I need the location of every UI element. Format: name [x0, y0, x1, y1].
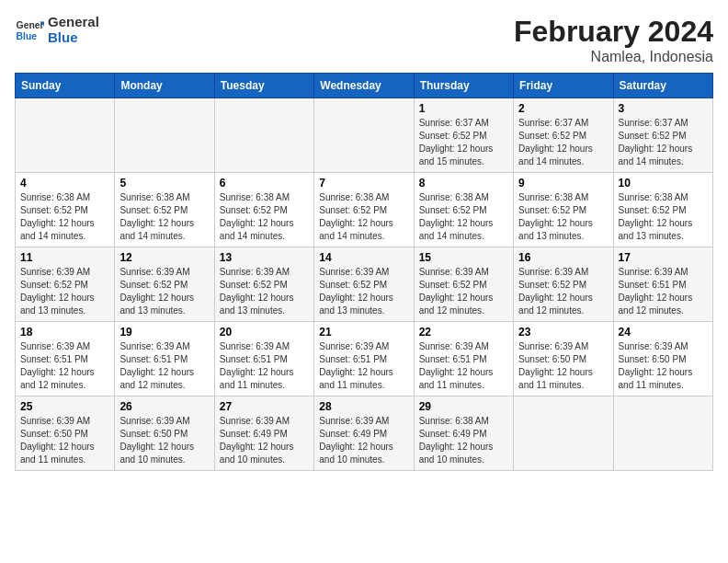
weekday-header: Sunday: [16, 74, 115, 98]
day-number: 13: [220, 251, 309, 264]
weekday-header: Monday: [115, 74, 214, 98]
weekday-header: Thursday: [414, 74, 513, 98]
day-info: Sunrise: 6:38 AM Sunset: 6:52 PM Dayligh…: [518, 191, 608, 243]
day-info: Sunrise: 6:39 AM Sunset: 6:51 PM Dayligh…: [419, 340, 508, 392]
day-number: 23: [518, 326, 608, 339]
calendar-cell: 19Sunrise: 6:39 AM Sunset: 6:51 PM Dayli…: [115, 322, 214, 396]
weekday-header: Tuesday: [214, 74, 313, 98]
day-number: 3: [619, 102, 708, 115]
calendar-cell: 13Sunrise: 6:39 AM Sunset: 6:52 PM Dayli…: [214, 247, 313, 322]
day-info: Sunrise: 6:39 AM Sunset: 6:50 PM Dayligh…: [20, 415, 109, 466]
day-number: 7: [319, 177, 408, 190]
day-number: 16: [518, 251, 608, 264]
calendar-cell: [613, 396, 712, 471]
day-number: 25: [20, 400, 109, 413]
day-info: Sunrise: 6:39 AM Sunset: 6:52 PM Dayligh…: [518, 266, 608, 317]
calendar-cell: 1Sunrise: 6:37 AM Sunset: 6:52 PM Daylig…: [414, 98, 513, 173]
day-info: Sunrise: 6:37 AM Sunset: 6:52 PM Dayligh…: [619, 117, 708, 168]
calendar-cell: 26Sunrise: 6:39 AM Sunset: 6:50 PM Dayli…: [115, 396, 214, 471]
logo: General Blue General Blue: [15, 15, 99, 45]
logo-blue: Blue: [48, 30, 99, 46]
calendar-cell: 29Sunrise: 6:38 AM Sunset: 6:49 PM Dayli…: [414, 396, 513, 471]
day-number: 4: [20, 177, 109, 190]
calendar-cell: 20Sunrise: 6:39 AM Sunset: 6:51 PM Dayli…: [214, 322, 313, 396]
calendar-cell: [514, 396, 613, 471]
day-info: Sunrise: 6:38 AM Sunset: 6:52 PM Dayligh…: [619, 191, 708, 243]
day-info: Sunrise: 6:39 AM Sunset: 6:52 PM Dayligh…: [220, 266, 309, 317]
svg-text:General: General: [17, 20, 44, 30]
day-info: Sunrise: 6:39 AM Sunset: 6:51 PM Dayligh…: [319, 340, 408, 392]
calendar-cell: 4Sunrise: 6:38 AM Sunset: 6:52 PM Daylig…: [16, 173, 115, 247]
day-info: Sunrise: 6:39 AM Sunset: 6:51 PM Dayligh…: [220, 340, 309, 392]
day-info: Sunrise: 6:39 AM Sunset: 6:52 PM Dayligh…: [20, 266, 109, 317]
day-info: Sunrise: 6:39 AM Sunset: 6:52 PM Dayligh…: [119, 266, 209, 317]
day-info: Sunrise: 6:39 AM Sunset: 6:51 PM Dayligh…: [619, 266, 708, 317]
day-info: Sunrise: 6:39 AM Sunset: 6:51 PM Dayligh…: [119, 340, 209, 392]
calendar-cell: 27Sunrise: 6:39 AM Sunset: 6:49 PM Dayli…: [214, 396, 313, 471]
calendar-cell: [115, 98, 214, 173]
calendar-cell: 22Sunrise: 6:39 AM Sunset: 6:51 PM Dayli…: [414, 322, 513, 396]
calendar-cell: 10Sunrise: 6:38 AM Sunset: 6:52 PM Dayli…: [613, 173, 712, 247]
calendar-cell: 15Sunrise: 6:39 AM Sunset: 6:52 PM Dayli…: [414, 247, 513, 322]
day-info: Sunrise: 6:38 AM Sunset: 6:52 PM Dayligh…: [119, 191, 209, 243]
calendar-cell: 16Sunrise: 6:39 AM Sunset: 6:52 PM Dayli…: [514, 247, 613, 322]
calendar-cell: 6Sunrise: 6:38 AM Sunset: 6:52 PM Daylig…: [214, 173, 313, 247]
day-info: Sunrise: 6:39 AM Sunset: 6:49 PM Dayligh…: [220, 415, 309, 466]
calendar-cell: 21Sunrise: 6:39 AM Sunset: 6:51 PM Dayli…: [314, 322, 414, 396]
day-number: 26: [119, 400, 209, 413]
day-info: Sunrise: 6:38 AM Sunset: 6:52 PM Dayligh…: [20, 191, 109, 243]
calendar-cell: 25Sunrise: 6:39 AM Sunset: 6:50 PM Dayli…: [16, 396, 115, 471]
calendar-cell: 3Sunrise: 6:37 AM Sunset: 6:52 PM Daylig…: [613, 98, 712, 173]
day-number: 10: [619, 177, 708, 190]
day-number: 21: [319, 326, 408, 339]
calendar-cell: 17Sunrise: 6:39 AM Sunset: 6:51 PM Dayli…: [613, 247, 712, 322]
day-number: 11: [20, 251, 109, 264]
calendar-cell: 14Sunrise: 6:39 AM Sunset: 6:52 PM Dayli…: [314, 247, 414, 322]
calendar-cell: 18Sunrise: 6:39 AM Sunset: 6:51 PM Dayli…: [16, 322, 115, 396]
calendar-table: SundayMondayTuesdayWednesdayThursdayFrid…: [15, 73, 713, 471]
day-number: 14: [319, 251, 408, 264]
day-number: 1: [419, 102, 508, 115]
day-info: Sunrise: 6:39 AM Sunset: 6:50 PM Dayligh…: [518, 340, 608, 392]
day-number: 6: [220, 177, 309, 190]
day-number: 2: [518, 102, 608, 115]
calendar-cell: 12Sunrise: 6:39 AM Sunset: 6:52 PM Dayli…: [115, 247, 214, 322]
day-info: Sunrise: 6:38 AM Sunset: 6:52 PM Dayligh…: [220, 191, 309, 243]
day-number: 27: [220, 400, 309, 413]
day-number: 12: [119, 251, 209, 264]
day-number: 18: [20, 326, 109, 339]
day-number: 24: [619, 326, 708, 339]
day-info: Sunrise: 6:38 AM Sunset: 6:49 PM Dayligh…: [419, 415, 508, 466]
day-number: 9: [518, 177, 608, 190]
day-info: Sunrise: 6:38 AM Sunset: 6:52 PM Dayligh…: [419, 191, 508, 243]
day-info: Sunrise: 6:37 AM Sunset: 6:52 PM Dayligh…: [518, 117, 608, 168]
calendar-cell: 8Sunrise: 6:38 AM Sunset: 6:52 PM Daylig…: [414, 173, 513, 247]
calendar-cell: [16, 98, 115, 173]
day-info: Sunrise: 6:39 AM Sunset: 6:52 PM Dayligh…: [419, 266, 508, 317]
calendar-cell: 11Sunrise: 6:39 AM Sunset: 6:52 PM Dayli…: [16, 247, 115, 322]
calendar-cell: 5Sunrise: 6:38 AM Sunset: 6:52 PM Daylig…: [115, 173, 214, 247]
calendar-week-row: 11Sunrise: 6:39 AM Sunset: 6:52 PM Dayli…: [16, 247, 713, 322]
page-title: February 2024: [514, 15, 713, 49]
day-number: 22: [419, 326, 508, 339]
title-area: February 2024 Namlea, Indonesia: [514, 15, 713, 65]
day-info: Sunrise: 6:39 AM Sunset: 6:50 PM Dayligh…: [619, 340, 708, 392]
calendar-cell: 2Sunrise: 6:37 AM Sunset: 6:52 PM Daylig…: [514, 98, 613, 173]
day-number: 28: [319, 400, 408, 413]
calendar-header-row: SundayMondayTuesdayWednesdayThursdayFrid…: [16, 74, 713, 98]
day-info: Sunrise: 6:39 AM Sunset: 6:49 PM Dayligh…: [319, 415, 408, 466]
logo-icon: General Blue: [15, 16, 44, 45]
weekday-header: Friday: [514, 74, 613, 98]
day-number: 17: [619, 251, 708, 264]
calendar-cell: 7Sunrise: 6:38 AM Sunset: 6:52 PM Daylig…: [314, 173, 414, 247]
day-number: 29: [419, 400, 508, 413]
calendar-week-row: 1Sunrise: 6:37 AM Sunset: 6:52 PM Daylig…: [16, 98, 713, 173]
page-header: General Blue General Blue February 2024 …: [15, 15, 713, 65]
day-number: 20: [220, 326, 309, 339]
day-info: Sunrise: 6:38 AM Sunset: 6:52 PM Dayligh…: [319, 191, 408, 243]
calendar-cell: 24Sunrise: 6:39 AM Sunset: 6:50 PM Dayli…: [613, 322, 712, 396]
weekday-header: Saturday: [613, 74, 712, 98]
page-subtitle: Namlea, Indonesia: [514, 49, 713, 65]
calendar-cell: [214, 98, 313, 173]
calendar-cell: 9Sunrise: 6:38 AM Sunset: 6:52 PM Daylig…: [514, 173, 613, 247]
